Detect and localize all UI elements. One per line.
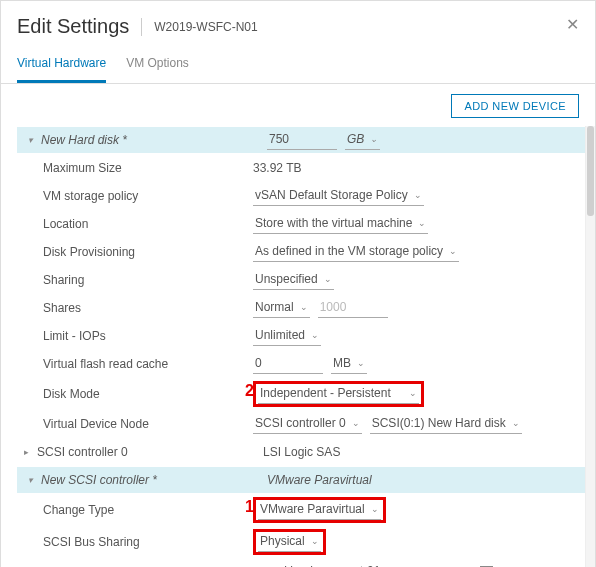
field-label: SCSI controller 0 [33,445,263,459]
iops-select[interactable]: Unlimited⌄ [253,326,321,346]
chevron-down-icon: ▾ [23,475,37,485]
field-label: Disk Provisioning [23,245,253,259]
highlight-box-change-type: VMware Paravirtual⌄ [253,497,386,523]
field-label: Disk Mode [23,387,253,401]
field-label: Maximum Size [23,161,253,175]
dialog-subtitle: W2019-WSFC-N01 [154,20,257,34]
row-storage-policy: VM storage policy vSAN Default Storage P… [17,182,587,210]
chevron-down-icon: ⌄ [414,190,422,200]
chevron-down-icon: ⌄ [352,418,360,428]
header-separator [141,18,142,36]
field-label: Limit - IOPs [23,329,253,343]
row-disk-provisioning: Disk Provisioning As defined in the VM s… [17,238,587,266]
change-type-select[interactable]: VMware Paravirtual⌄ [258,500,381,520]
field-label: Shares [23,301,253,315]
field-label: VM storage policy [23,189,253,203]
scsi0-value: LSI Logic SAS [263,445,340,459]
disk-size-unit-select[interactable]: GB⌄ [345,130,380,150]
tab-virtual-hardware[interactable]: Virtual Hardware [17,48,106,83]
location-select[interactable]: Store with the virtual machine⌄ [253,214,428,234]
chevron-down-icon: ⌄ [409,388,417,398]
row-scsi-controller-0[interactable]: ▸ SCSI controller 0 LSI Logic SAS [17,438,587,466]
chevron-down-icon: ⌄ [300,302,308,312]
field-label: Sharing [23,273,253,287]
section-label: New Hard disk * [37,133,267,147]
chevron-down-icon: ⌄ [449,246,457,256]
field-label: Virtual Device Node [23,417,253,431]
row-virtual-device-node: Virtual Device Node SCSI controller 0⌄ S… [17,410,587,438]
tab-bar: Virtual Hardware VM Options [1,48,595,84]
network-select[interactable]: workload-segment-01⌄ [263,562,396,567]
field-label: Change Type [23,503,253,517]
section-new-hard-disk[interactable]: ▾ New Hard disk * GB⌄ [17,126,587,154]
section-label: New SCSI controller * [37,473,267,487]
add-new-device-button[interactable]: ADD NEW DEVICE [451,94,579,118]
chevron-down-icon: ⌄ [512,418,520,428]
bus-sharing-select[interactable]: Physical⌄ [258,532,321,552]
toolbar: ADD NEW DEVICE [1,84,595,126]
scrollbar-thumb[interactable] [587,126,594,216]
close-icon[interactable]: ✕ [566,15,579,34]
shares-level-select[interactable]: Normal⌄ [253,298,310,318]
row-maximum-size: Maximum Size 33.92 TB [17,154,587,182]
shares-value-input[interactable] [318,298,388,318]
row-sharing: Sharing Unspecified⌄ [17,266,587,294]
edit-settings-dialog: Edit Settings W2019-WSFC-N01 ✕ Virtual H… [0,0,596,567]
flash-value-input[interactable] [253,354,323,374]
field-label: Virtual flash read cache [23,357,253,371]
max-size-value: 33.92 TB [253,161,301,175]
device-node-slot-select[interactable]: SCSI(0:1) New Hard disk⌄ [370,414,522,434]
chevron-down-icon: ⌄ [311,330,319,340]
highlight-box-bus-sharing: Physical⌄ [253,529,326,555]
storage-policy-select[interactable]: vSAN Default Storage Policy⌄ [253,186,424,206]
row-disk-mode: Disk Mode 2 Independent - Persistent⌄ [17,378,587,410]
new-scsi-value: VMware Paravirtual [267,473,372,487]
row-change-type: Change Type 1 VMware Paravirtual⌄ [17,494,587,526]
chevron-down-icon: ⌄ [311,536,319,546]
chevron-down-icon: ⌄ [370,134,378,144]
disk-size-input[interactable] [267,130,337,150]
field-label: SCSI Bus Sharing [23,535,253,549]
chevron-down-icon: ⌄ [324,274,332,284]
row-location: Location Store with the virtual machine⌄ [17,210,587,238]
section-new-scsi-controller[interactable]: ▾ New SCSI controller * VMware Paravirtu… [17,466,587,494]
device-node-controller-select[interactable]: SCSI controller 0⌄ [253,414,362,434]
chevron-down-icon: ⌄ [371,504,379,514]
row-limit-iops: Limit - IOPs Unlimited⌄ [17,322,587,350]
provisioning-select[interactable]: As defined in the VM storage policy⌄ [253,242,459,262]
disk-mode-select[interactable]: Independent - Persistent⌄ [258,384,419,404]
row-shares: Shares Normal⌄ [17,294,587,322]
row-scsi-bus-sharing: SCSI Bus Sharing Physical⌄ [17,526,587,558]
sharing-select[interactable]: Unspecified⌄ [253,270,334,290]
chevron-down-icon: ▾ [23,135,37,145]
dialog-header: Edit Settings W2019-WSFC-N01 ✕ [1,1,595,48]
annotation-marker-1: 1 [245,498,254,516]
flash-unit-select[interactable]: MB⌄ [331,354,367,374]
chevron-down-icon: ⌄ [418,218,426,228]
row-flash-cache: Virtual flash read cache MB⌄ [17,350,587,378]
highlight-box-disk-mode: Independent - Persistent⌄ [253,381,424,407]
chevron-right-icon: ▸ [19,447,33,457]
chevron-down-icon: ⌄ [357,358,365,368]
annotation-marker-2: 2 [245,382,254,400]
field-label: Location [23,217,253,231]
tab-vm-options[interactable]: VM Options [126,48,189,83]
row-network-adapter-1[interactable]: ▸ Network adapter 1 workload-segment-01⌄… [17,558,587,567]
settings-content: ▾ New Hard disk * GB⌄ Maximum Size 33.92… [1,126,595,567]
dialog-title: Edit Settings [17,15,129,38]
